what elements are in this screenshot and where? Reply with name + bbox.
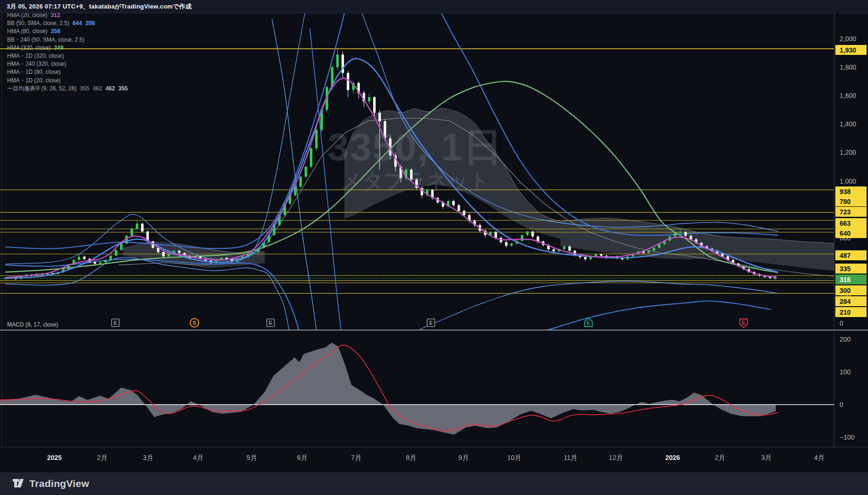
candle-body [167, 254, 170, 256]
candle-body [510, 244, 513, 246]
price-axis[interactable]: 2,0001,8001,6001,4001,2001,0008006004002… [835, 35, 867, 441]
price-axis-label: 1,000 [840, 177, 856, 185]
macd-legend[interactable]: MACD (9, 17, close) [7, 321, 58, 328]
candle-body [378, 113, 381, 121]
event-marker-letter: E [742, 320, 745, 326]
overlay-bb50_upper [5, 13, 310, 264]
candle-body [141, 224, 143, 232]
svg-text:316: 316 [840, 276, 851, 283]
time-axis-year-label: 2025 [47, 454, 61, 461]
chart-canvas[interactable]: ESEEEE2,0001,8001,6001,4001,2001,0008006… [0, 13, 868, 472]
event-marker-e[interactable]: E [585, 318, 592, 327]
creation-info-bar: 3月 05, 2026 07:17 UTC+9、takatabaがTrading… [0, 0, 868, 13]
price-badge-780: 780 [835, 196, 867, 206]
candle-body [653, 248, 655, 251]
time-axis-month-label: 4月 [814, 454, 824, 461]
overlay-bb240_lower2 [544, 301, 771, 331]
event-marker-e[interactable]: E [267, 319, 274, 327]
price-axis-label: 1,600 [840, 92, 856, 99]
candle-body [299, 177, 302, 187]
candle-body [563, 247, 565, 249]
macd-pane[interactable] [0, 343, 834, 435]
candle-body [690, 236, 692, 239]
time-axis-month-label: 9月 [458, 454, 469, 461]
candle-body [178, 251, 180, 253]
price-badge-487: 487 [835, 250, 867, 260]
candle-body [294, 187, 297, 195]
svg-text:1,930: 1,930 [840, 46, 856, 54]
macd-axis-label: −100 [840, 433, 855, 441]
event-marker-letter: S [193, 320, 196, 326]
candle-body [569, 247, 571, 251]
candle-body [410, 170, 412, 180]
candle-body [104, 260, 106, 262]
macd-axis-label: 0 [840, 401, 843, 408]
time-axis-month-label: 8月 [406, 454, 416, 461]
overlay-bb240_upper [5, 13, 351, 248]
candle-body [521, 235, 523, 241]
svg-text:300: 300 [840, 287, 851, 294]
candle-body [315, 130, 317, 148]
macd-area [0, 343, 776, 435]
candle-body [99, 262, 101, 264]
overlay-steep1 [272, 19, 317, 334]
overlay-steep2 [310, 28, 342, 334]
candle-body [78, 256, 80, 260]
price-axis-label: 1,400 [840, 120, 856, 128]
creation-info-text: 3月 05, 2026 07:17 UTC+9、takatabaがTrading… [7, 2, 192, 11]
candle-body [658, 244, 660, 248]
candle-body [531, 231, 534, 237]
svg-text:487: 487 [840, 252, 851, 259]
price-axis-label: 1,800 [840, 63, 856, 71]
macd-axis-label: 100 [840, 368, 851, 376]
footer-bar: TradingView [0, 472, 868, 495]
svg-text:723: 723 [840, 208, 851, 216]
candle-body [120, 244, 123, 250]
svg-text:663: 663 [840, 220, 851, 227]
time-axis-month-label: 3月 [761, 454, 772, 461]
candle-body [494, 232, 497, 238]
macd-axis-label: 200 [840, 336, 851, 343]
event-marker-letter: E [429, 320, 432, 326]
overlay-bb50_lower2 [397, 281, 778, 344]
svg-text:640: 640 [840, 230, 851, 237]
ichimoku-cloud [344, 108, 561, 239]
candle-body [347, 73, 349, 90]
ichimoku-cloud [561, 218, 834, 271]
candle-body [684, 232, 687, 236]
time-axis-month-label: 10月 [507, 454, 521, 461]
event-marker-letter: E [114, 320, 117, 326]
chart-area[interactable]: ESEEEE2,0001,8001,6001,4001,2001,0008006… [0, 13, 868, 472]
tradingview-brand-text[interactable]: TradingView [29, 478, 89, 489]
overlay-bb240_upper2 [428, 13, 778, 235]
price-badge-723: 723 [835, 207, 867, 217]
tradingview-logo-icon[interactable] [13, 478, 27, 490]
candle-body [648, 251, 650, 253]
time-axis[interactable]: 20252月3月4月5月6月7月8月9月10月11月12月20262月3月4月 [47, 454, 824, 461]
price-axis-label: 0 [840, 319, 843, 327]
svg-text:938: 938 [840, 188, 851, 195]
time-axis-month-label: 12月 [609, 454, 623, 461]
price-badge-1930: 1,930 [835, 45, 867, 55]
candle-body [94, 262, 96, 264]
price-axis-label: 2,000 [840, 35, 856, 43]
candle-body [373, 97, 376, 113]
candle-body [162, 252, 165, 256]
svg-text:780: 780 [840, 198, 851, 205]
candle-body [600, 254, 602, 256]
event-marker-s[interactable]: S [190, 318, 199, 327]
candle-body [526, 231, 528, 235]
svg-text:335: 335 [840, 265, 851, 273]
time-axis-month-label: 3月 [143, 454, 153, 461]
event-marker-e[interactable]: E [112, 319, 119, 327]
candle-body [131, 229, 133, 236]
svg-text:284: 284 [840, 298, 851, 305]
price-badge-335: 335 [835, 264, 867, 274]
overlay-bb50_lower [5, 257, 296, 350]
candle-body [463, 211, 465, 215]
event-marker-e[interactable]: E [740, 319, 747, 327]
event-marker-e[interactable]: E [427, 319, 435, 327]
event-marker-letter: E [587, 320, 590, 326]
price-pane[interactable]: ESEEEE [0, 13, 834, 353]
candle-body [109, 256, 112, 260]
